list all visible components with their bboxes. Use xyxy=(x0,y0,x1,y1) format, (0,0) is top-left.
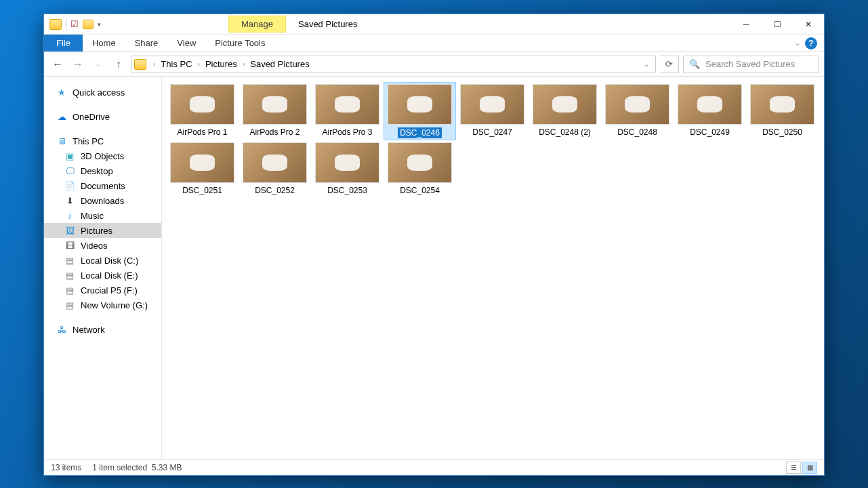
forward-button[interactable]: → xyxy=(70,56,86,73)
item-count: 13 items xyxy=(51,463,81,472)
tab-home[interactable]: Home xyxy=(83,35,125,52)
sidebar-item-network[interactable]: 🖧Network xyxy=(44,322,161,337)
sidebar-item-quick-access[interactable]: ★Quick access xyxy=(44,85,161,100)
window-title: Saved Pictures xyxy=(298,19,357,29)
desktop-icon: 🖵 xyxy=(64,165,75,176)
file-thumbnail[interactable]: DSC_0249 xyxy=(674,82,746,140)
file-thumbnail[interactable]: DSC_0252 xyxy=(239,140,311,197)
file-thumbnail[interactable]: AirPods Pro 3 xyxy=(311,82,384,140)
help-icon[interactable]: ? xyxy=(805,37,817,49)
file-thumbnail[interactable]: AirPods Pro 1 xyxy=(166,82,239,140)
recent-locations-icon[interactable]: ⌵ xyxy=(90,56,106,73)
sidebar-label: OneDrive xyxy=(73,112,110,122)
breadcrumb-dropdown-icon[interactable]: ⌵ xyxy=(640,60,653,68)
drive-icon: ▤ xyxy=(64,270,75,281)
tab-view[interactable]: View xyxy=(167,35,205,52)
separator xyxy=(66,18,66,30)
back-button[interactable]: ← xyxy=(49,56,66,73)
drive-icon: ▤ xyxy=(64,255,75,266)
sidebar-item-videos[interactable]: 🎞Videos xyxy=(44,238,161,253)
sidebar-label: Network xyxy=(73,325,105,335)
chevron-right-icon[interactable]: › xyxy=(195,60,203,68)
sidebar-item-disk-f[interactable]: ▤Crucial P5 (F:) xyxy=(44,283,161,298)
file-thumbnail[interactable]: DSC_0251 xyxy=(166,140,239,197)
breadcrumb-item[interactable]: Saved Pictures xyxy=(249,59,310,69)
qat-dropdown-icon[interactable]: ▾ xyxy=(98,21,101,28)
sidebar-item-pictures[interactable]: 🖼Pictures xyxy=(44,223,161,238)
image-preview xyxy=(605,84,669,125)
image-preview xyxy=(315,84,379,125)
filename-edit-input[interactable]: DSC_0246 xyxy=(398,127,442,138)
image-preview xyxy=(315,142,379,183)
pc-icon: 🖥 xyxy=(56,136,67,146)
search-input[interactable]: 🔍 Search Saved Pictures xyxy=(683,56,819,73)
filename-label: DSC_0251 xyxy=(182,186,222,195)
tab-share[interactable]: Share xyxy=(125,35,168,52)
file-thumbnail[interactable]: DSC_0254 xyxy=(384,140,456,197)
sidebar-item-this-pc[interactable]: 🖥This PC xyxy=(44,134,161,148)
filename-label: DSC_0252 xyxy=(255,186,295,195)
collapse-ribbon-icon[interactable]: ⌵ xyxy=(795,39,800,47)
sidebar-label: Crucial P5 (F:) xyxy=(81,285,138,296)
drive-icon: ▤ xyxy=(64,300,75,310)
tab-picture-tools[interactable]: Picture Tools xyxy=(205,35,274,52)
image-preview xyxy=(388,142,452,183)
window-controls: ─ ☐ ✕ xyxy=(730,14,824,35)
sidebar-item-disk-c[interactable]: ▤Local Disk (C:) xyxy=(44,253,161,268)
filename-label: AirPods Pro 2 xyxy=(249,127,299,137)
documents-icon: 📄 xyxy=(64,180,75,191)
sidebar-item-disk-e[interactable]: ▤Local Disk (E:) xyxy=(44,268,161,283)
filename-label: DSC_0248 (2) xyxy=(539,127,591,137)
sidebar-label: Desktop xyxy=(81,166,113,176)
new-folder-icon[interactable] xyxy=(83,20,94,29)
body: ★Quick access ☁OneDrive 🖥This PC ▣3D Obj… xyxy=(44,77,824,459)
sidebar-item-music[interactable]: ♪Music xyxy=(44,208,161,223)
file-pane[interactable]: AirPods Pro 1AirPods Pro 2AirPods Pro 3D… xyxy=(162,77,824,459)
breadcrumb-item[interactable]: This PC xyxy=(159,59,193,69)
thumbnails-view-button[interactable]: ▦ xyxy=(802,462,817,474)
chevron-right-icon[interactable]: › xyxy=(240,60,247,68)
folder-icon xyxy=(49,19,62,30)
breadcrumb[interactable]: › This PC › Pictures › Saved Pictures ⌵ xyxy=(131,56,656,73)
sidebar-item-downloads[interactable]: ⬇Downloads xyxy=(44,193,161,208)
file-thumbnail[interactable]: DSC_0248 (2) xyxy=(529,82,601,140)
titlebar: ☑ ▾ Manage Saved Pictures ─ ☐ ✕ xyxy=(44,14,824,35)
file-thumbnail[interactable]: AirPods Pro 2 xyxy=(239,82,311,140)
file-thumbnail[interactable]: DSC_0246 xyxy=(384,82,456,140)
image-preview xyxy=(388,84,452,125)
maximize-button[interactable]: ☐ xyxy=(762,14,793,35)
filename-label: DSC_0250 xyxy=(762,127,802,137)
file-grid: AirPods Pro 1AirPods Pro 2AirPods Pro 3D… xyxy=(166,82,820,197)
navigation-pane: ★Quick access ☁OneDrive 🖥This PC ▣3D Obj… xyxy=(44,77,162,459)
close-button[interactable]: ✕ xyxy=(793,14,824,35)
sidebar-item-onedrive[interactable]: ☁OneDrive xyxy=(44,109,161,124)
minimize-button[interactable]: ─ xyxy=(730,14,762,35)
image-preview xyxy=(678,84,742,125)
tab-file[interactable]: File xyxy=(44,35,83,52)
file-thumbnail[interactable]: DSC_0253 xyxy=(311,140,384,197)
sidebar-item-disk-g[interactable]: ▤New Volume (G:) xyxy=(44,298,161,312)
file-thumbnail[interactable]: DSC_0250 xyxy=(746,82,819,140)
up-button[interactable]: ↑ xyxy=(110,56,127,73)
sidebar-item-desktop[interactable]: 🖵Desktop xyxy=(44,163,161,178)
manage-tab[interactable]: Manage xyxy=(228,16,286,33)
sidebar-label: Documents xyxy=(81,181,125,191)
breadcrumb-item[interactable]: Pictures xyxy=(204,59,239,69)
sidebar-label: Videos xyxy=(81,241,108,251)
details-view-button[interactable]: ☰ xyxy=(786,462,801,474)
file-thumbnail[interactable]: DSC_0248 xyxy=(601,82,674,140)
sidebar-label: Quick access xyxy=(73,87,125,98)
file-thumbnail[interactable]: DSC_0247 xyxy=(456,82,529,140)
chevron-right-icon[interactable]: › xyxy=(150,60,158,68)
sidebar-item-documents[interactable]: 📄Documents xyxy=(44,178,161,193)
music-icon: ♪ xyxy=(64,210,75,221)
filename-label: DSC_0253 xyxy=(327,186,367,195)
sidebar-item-3d-objects[interactable]: ▣3D Objects xyxy=(44,148,161,163)
refresh-button[interactable]: ⟳ xyxy=(660,56,679,73)
address-bar-row: ← → ⌵ ↑ › This PC › Pictures › Saved Pic… xyxy=(44,52,824,77)
sidebar-label: Local Disk (C:) xyxy=(81,256,138,266)
image-preview xyxy=(460,84,524,125)
properties-icon[interactable]: ☑ xyxy=(70,19,79,29)
explorer-window: ☑ ▾ Manage Saved Pictures ─ ☐ ✕ File Hom… xyxy=(43,14,825,476)
filename-label: DSC_0248 xyxy=(617,127,657,137)
